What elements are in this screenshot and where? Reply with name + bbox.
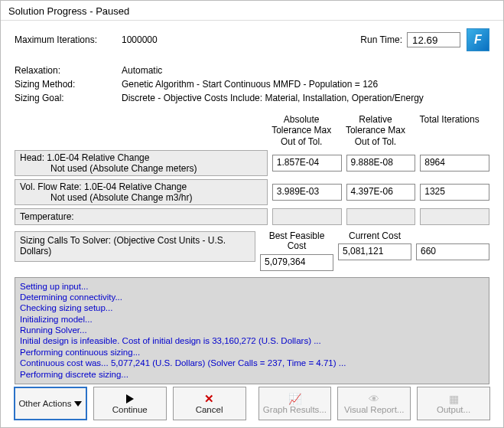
grid-icon: ▦ xyxy=(449,393,459,405)
log-line: Performing continuous sizing... xyxy=(20,347,484,358)
best-cost-header: Best Feasible Cost xyxy=(260,231,333,251)
chart-icon: 📈 xyxy=(288,393,301,405)
visual-report-button: 👁 Visual Report... xyxy=(337,387,411,420)
play-icon xyxy=(126,394,134,403)
sizing-goal-label: Sizing Goal: xyxy=(15,93,122,103)
best-cost-value: 5,079,364 xyxy=(260,254,333,271)
metric-head-label: Head: 1.0E-04 Relative Change Not used (… xyxy=(15,150,268,176)
log-line: Continuous cost was... 5,077,241 (U.S. D… xyxy=(20,358,484,368)
sizing-goal-value: Discrete - Objective Costs Include: Mate… xyxy=(122,93,489,103)
sizing-method-label: Sizing Method: xyxy=(15,79,122,90)
output-button: ▦ Output... xyxy=(417,387,490,420)
log-line: Performing discrete sizing... xyxy=(20,369,484,380)
rel-tol-header: Relative Tolerance Max Out of Tol. xyxy=(342,114,410,147)
window-title: Solution Progress - Paused xyxy=(1,1,503,21)
sizing-iter-value: 660 xyxy=(416,243,489,260)
log-line: Initial design is infeasible. Cost of in… xyxy=(20,335,484,346)
metric-temp-rel xyxy=(346,208,416,225)
graph-results-button: 📈 Graph Results... xyxy=(259,387,332,420)
relaxation-label: Relaxation: xyxy=(15,65,122,76)
log-line: Checking sizing setup... xyxy=(20,302,484,313)
sizing-method-value: Genetic Algorithm - Start Continuous MMF… xyxy=(122,79,489,90)
metric-flow-abs: 3.989E-03 xyxy=(272,184,342,201)
relaxation-value: Automatic xyxy=(122,65,489,76)
runtime-label: Run Time: xyxy=(360,34,402,45)
metric-temp-abs xyxy=(272,208,342,225)
app-logo-icon: F xyxy=(467,28,489,51)
metric-temp-label: Temperature: xyxy=(15,208,268,225)
max-iterations-value: 1000000 xyxy=(122,34,213,45)
other-actions-button[interactable]: Other Actions xyxy=(14,387,87,420)
metric-temp-iter xyxy=(420,208,489,225)
cancel-button[interactable]: ✕ Cancel xyxy=(173,387,246,420)
metric-flow-iter: 1325 xyxy=(420,184,489,201)
log-line: Setting up input... xyxy=(20,281,484,292)
log-output: Setting up input... Determining connecti… xyxy=(15,277,489,384)
metric-head-iter: 8964 xyxy=(420,155,489,172)
total-iter-header: Total Iterations xyxy=(415,114,483,147)
sizing-iter-header xyxy=(416,231,489,241)
current-cost-header: Current Cost xyxy=(338,231,411,241)
metric-head-abs: 1.857E-04 xyxy=(272,155,342,172)
continue-button[interactable]: Continue xyxy=(93,387,167,420)
log-line: Initializing model... xyxy=(20,314,484,325)
current-cost-value: 5,081,121 xyxy=(338,243,411,260)
log-line: Determining connectivity... xyxy=(20,292,484,302)
metric-head-rel: 9.888E-08 xyxy=(346,155,416,172)
eye-icon: 👁 xyxy=(369,393,379,405)
sizing-calls-label: Sizing Calls To Solver: (Objective Cost … xyxy=(15,231,255,262)
log-line: Running Solver... xyxy=(20,325,484,335)
max-iterations-label: Maximum Iterations: xyxy=(15,34,122,45)
runtime-value[interactable] xyxy=(407,32,460,47)
metric-flow-rel: 4.397E-06 xyxy=(346,184,416,201)
abs-tol-header: Absolute Tolerance Max Out of Tol. xyxy=(268,114,336,147)
chevron-down-icon xyxy=(74,401,82,407)
close-icon: ✕ xyxy=(204,392,214,406)
metric-flow-label: Vol. Flow Rate: 1.0E-04 Relative Change … xyxy=(15,179,268,205)
